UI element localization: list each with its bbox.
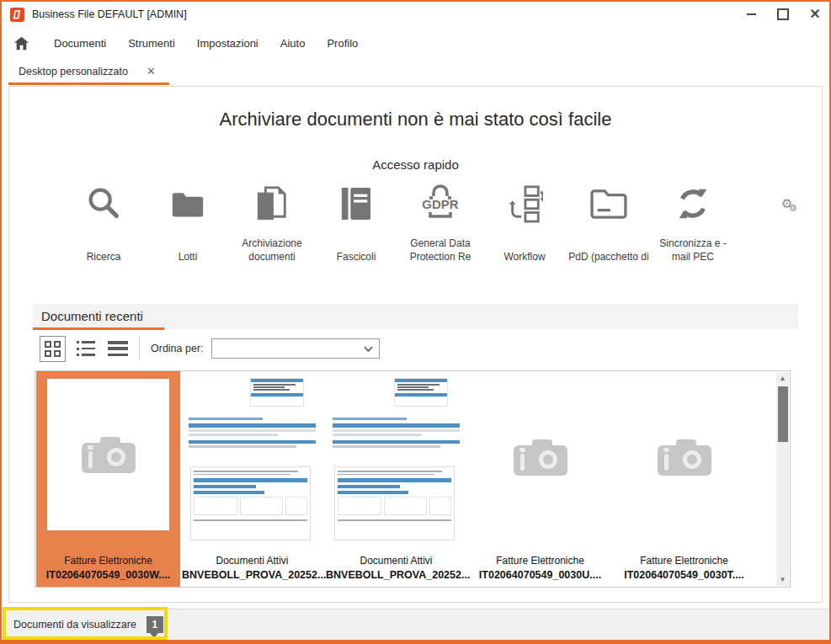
document-category: Documenti Attivi — [182, 555, 322, 568]
quick-access-sync[interactable]: Sincronizza e -mail PEC — [651, 181, 735, 263]
document-name: BNVEBOLL_PROVA_20252... — [182, 568, 322, 582]
invoice-preview-thumbnail — [333, 375, 460, 542]
folder-icon — [146, 181, 230, 226]
document-tile-1[interactable]: Fatture Elettroniche IT02064070549_0030W… — [36, 371, 180, 587]
menu-item-profilo[interactable]: Profilo — [316, 32, 369, 55]
minimize-button[interactable] — [745, 8, 757, 20]
title-bar: Business File DEFAULT [ADMIN] ✕ — [2, 2, 829, 27]
tab-label: Desktop personalizzato — [19, 66, 128, 77]
list-view-button[interactable] — [77, 340, 97, 357]
documents-to-view-count-badge[interactable]: 1 — [146, 616, 163, 633]
menu-bar: Documenti Strumenti Impostazioni Aiuto P… — [2, 29, 829, 57]
grid-view-button[interactable] — [40, 336, 66, 362]
scroll-down-arrow-icon[interactable]: ▼ — [776, 573, 789, 586]
menu-item-aiuto[interactable]: Aiuto — [269, 32, 317, 55]
quick-access-lotti[interactable]: Lotti — [146, 181, 230, 263]
scroll-up-arrow-icon[interactable]: ▲ — [776, 372, 789, 385]
tab-bar: Desktop personalizzato ✕ — [2, 57, 829, 85]
pdd-folder-icon — [567, 181, 651, 226]
sort-by-label: Ordina per: — [151, 343, 204, 354]
recent-documents-title: Documenti recenti — [33, 304, 798, 329]
scrollbar-thumb[interactable] — [778, 386, 788, 442]
search-icon — [61, 181, 146, 226]
quick-access-gdpr[interactable]: GDPR General Data Protection Re — [398, 181, 482, 263]
camera-placeholder-icon — [514, 437, 567, 477]
documents-to-view-label[interactable]: Documenti da visualizzare — [13, 619, 136, 631]
workflow-icon — [482, 181, 567, 226]
quick-access-workflow[interactable]: Workflow — [482, 181, 567, 263]
quick-access-pdd[interactable]: PdD (pacchetto di — [567, 181, 651, 263]
document-category: Fatture Elettroniche — [470, 555, 610, 568]
document-category: Fatture Elettroniche — [614, 555, 754, 568]
document-name: IT02064070549_0030W.... — [38, 568, 178, 582]
recent-toolbar: Ordina per: — [33, 329, 798, 368]
detail-view-button[interactable] — [108, 341, 128, 356]
quick-access-fascicoli[interactable]: Fascicoli — [314, 181, 398, 263]
close-button[interactable]: ✕ — [809, 8, 821, 20]
document-tile-3[interactable]: Documenti Attivi BNVEBOLL_PROVA_20252... — [324, 371, 468, 587]
document-name: IT02064070549_0030T.... — [614, 568, 754, 582]
status-bar: Documenti da visualizzare 1 — [2, 609, 829, 640]
desktop-panel: Archiviare documenti non è mai stato cos… — [8, 86, 823, 603]
camera-placeholder-icon — [658, 437, 711, 477]
menu-item-documenti[interactable]: Documenti — [43, 32, 117, 55]
svg-text:GDPR: GDPR — [422, 197, 459, 211]
toolbar-separator — [139, 337, 140, 360]
page-title: Archiviare documenti non è mai stato cos… — [9, 109, 822, 130]
document-thumbnail — [47, 379, 169, 530]
chevron-down-icon — [364, 346, 373, 352]
sort-by-dropdown[interactable] — [211, 338, 380, 359]
menu-item-strumenti[interactable]: Strumenti — [117, 32, 186, 55]
app-window: Business File DEFAULT [ADMIN] ✕ Document… — [0, 0, 831, 644]
document-name: BNVEBOLL_PROVA_20252... — [326, 568, 466, 582]
document-tile-2[interactable]: Documenti Attivi BNVEBOLL_PROVA_20252... — [180, 371, 324, 587]
document-list: Fatture Elettroniche IT02064070549_0030W… — [35, 370, 791, 588]
home-icon[interactable] — [13, 36, 29, 51]
quick-access-title: Accesso rapido — [9, 157, 822, 172]
quick-access-settings-gears-icon[interactable]: ⚙⚙ — [781, 196, 800, 215]
document-tile-4[interactable]: Fatture Elettroniche IT02064070549_0030U… — [468, 371, 612, 587]
sync-icon — [651, 181, 735, 226]
document-category: Documenti Attivi — [326, 555, 466, 568]
gdpr-lock-icon: GDPR — [398, 181, 482, 226]
maximize-button[interactable] — [777, 8, 789, 20]
binder-icon — [314, 181, 398, 226]
camera-placeholder-icon — [82, 434, 136, 475]
archive-documents-icon — [230, 181, 314, 226]
tab-close-icon[interactable]: ✕ — [146, 65, 156, 77]
menu-item-impostazioni[interactable]: Impostazioni — [186, 32, 269, 55]
recent-documents-header: Documenti recenti — [33, 304, 798, 329]
document-category: Fatture Elettroniche — [38, 555, 178, 568]
quick-access-archiviazione[interactable]: Archiviazione documenti — [230, 181, 314, 263]
document-name: IT02064070549_0030U.... — [470, 568, 610, 582]
document-tile-5[interactable]: Fatture Elettroniche IT02064070549_0030T… — [612, 371, 756, 587]
scrollbar[interactable]: ▲ ▼ — [776, 372, 789, 586]
tab-desktop-personalizzato[interactable]: Desktop personalizzato ✕ — [8, 60, 169, 85]
quick-access-row: Ricerca Lotti Archiviazione documenti — [61, 181, 735, 263]
recent-documents-section: Documenti recenti Ordina per: — [33, 304, 798, 583]
app-logo-icon — [10, 8, 24, 22]
invoice-preview-thumbnail — [189, 375, 316, 542]
window-title: Business File DEFAULT [ADMIN] — [32, 8, 187, 20]
quick-access-ricerca[interactable]: Ricerca — [61, 181, 146, 263]
